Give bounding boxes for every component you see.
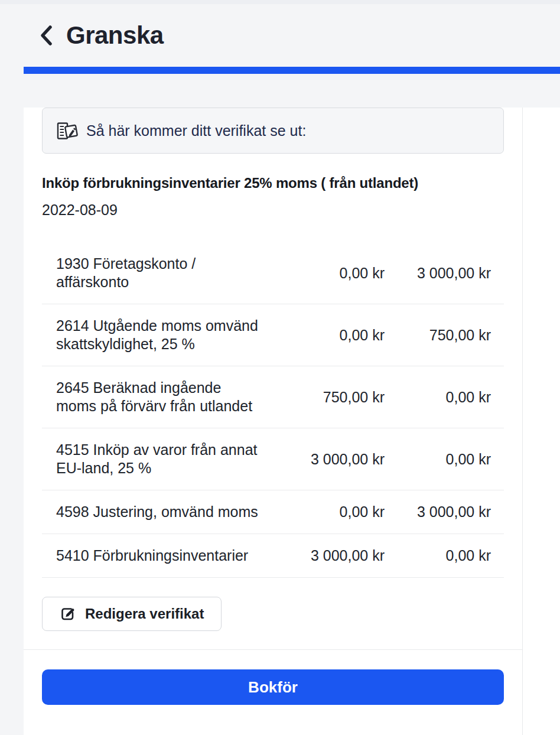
debit-amount: 0,00 kr bbox=[278, 503, 385, 521]
voucher-date: 2022-08-09 bbox=[42, 201, 504, 219]
table-row: 5410 Förbrukningsinventarier 3 000,00 kr… bbox=[42, 534, 504, 578]
table-row: 1930 Företagskonto / affärskonto 0,00 kr… bbox=[42, 242, 504, 304]
debit-amount: 3 000,00 kr bbox=[278, 451, 385, 468]
document-edit-icon bbox=[57, 121, 79, 141]
debit-amount: 3 000,00 kr bbox=[278, 547, 385, 564]
info-banner-text: Så här kommer ditt verifikat se ut: bbox=[86, 122, 306, 139]
credit-amount: 0,00 kr bbox=[385, 451, 504, 468]
debit-amount: 750,00 kr bbox=[278, 389, 385, 406]
account-label: 4515 Inköp av varor från annat EU-land, … bbox=[42, 441, 278, 477]
credit-amount: 0,00 kr bbox=[385, 389, 504, 406]
credit-amount: 750,00 kr bbox=[385, 327, 504, 344]
top-edge bbox=[0, 0, 560, 4]
edit-voucher-label: Redigera verifikat bbox=[85, 606, 204, 622]
pencil-square-icon bbox=[60, 606, 76, 622]
footer-divider bbox=[24, 649, 523, 650]
table-row: 4515 Inköp av varor från annat EU-land, … bbox=[42, 428, 504, 490]
account-label: 4598 Justering, omvänd moms bbox=[42, 503, 278, 521]
content-column: Så här kommer ditt verifikat se ut: Inkö… bbox=[42, 108, 504, 705]
bokfor-button[interactable]: Bokför bbox=[42, 669, 504, 705]
account-label: 2645 Beräknad ingående moms på förvärv f… bbox=[42, 379, 278, 415]
table-row: 2614 Utgående moms omvänd skattskyldighe… bbox=[42, 304, 504, 366]
credit-amount: 3 000,00 kr bbox=[385, 265, 504, 282]
panel-right-border bbox=[522, 108, 523, 735]
credit-amount: 3 000,00 kr bbox=[385, 503, 504, 521]
table-row: 2645 Beräknad ingående moms på förvärv f… bbox=[42, 366, 504, 428]
chevron-left-icon bbox=[38, 24, 54, 47]
debit-amount: 0,00 kr bbox=[278, 327, 385, 344]
account-label: 5410 Förbrukningsinventarier bbox=[42, 547, 278, 565]
account-label: 2614 Utgående moms omvänd skattskyldighe… bbox=[42, 317, 278, 353]
account-label: 1930 Företagskonto / affärskonto bbox=[42, 255, 278, 291]
bokfor-label: Bokför bbox=[248, 678, 298, 697]
main-panel: Så här kommer ditt verifikat se ut: Inkö… bbox=[24, 108, 560, 735]
edit-voucher-button[interactable]: Redigera verifikat bbox=[42, 597, 222, 631]
table-row: 4598 Justering, omvänd moms 0,00 kr 3 00… bbox=[42, 490, 504, 534]
credit-amount: 0,00 kr bbox=[385, 547, 504, 564]
debit-amount: 0,00 kr bbox=[278, 265, 385, 282]
header: Granska bbox=[0, 4, 560, 67]
voucher-title: Inköp förbrukningsinventarier 25% moms (… bbox=[42, 175, 504, 191]
page-title: Granska bbox=[66, 21, 164, 50]
info-banner: Så här kommer ditt verifikat se ut: bbox=[42, 108, 504, 154]
voucher-table: 1930 Företagskonto / affärskonto 0,00 kr… bbox=[42, 242, 504, 578]
progress-bar bbox=[24, 67, 560, 74]
back-button[interactable] bbox=[38, 24, 54, 47]
